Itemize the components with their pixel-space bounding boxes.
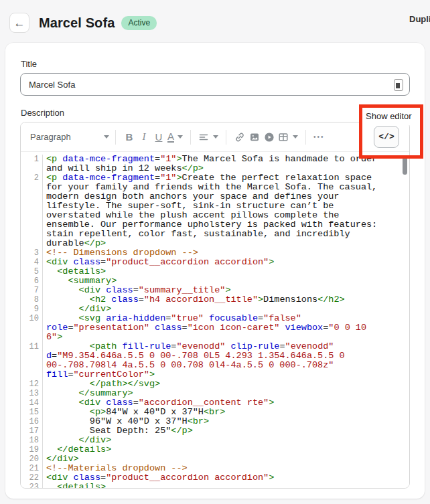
status-badge: Active (121, 16, 157, 30)
code-row: 4<div class="product__accordion accordio… (21, 258, 409, 267)
scrollbar-thumb[interactable] (403, 155, 407, 175)
input-indicator-icon (394, 79, 403, 91)
toolbar-divider (226, 130, 226, 145)
chevron-down-icon (213, 135, 218, 139)
paragraph-style-label: Paragraph (30, 132, 71, 142)
code-row: 14 <div class="accordion__content rte"> (21, 398, 409, 408)
image-icon (249, 132, 260, 143)
line-number: 16 (21, 417, 43, 426)
code-line[interactable]: <path fill-rule="evenodd" clip-rule="eve… (43, 342, 348, 380)
line-number: 12 (21, 380, 43, 389)
chevron-down-icon (177, 135, 183, 139)
page-header: ← Marcel Sofa Active Duplicate (0, 0, 430, 37)
code-line[interactable]: </div> (43, 454, 82, 464)
link-button[interactable] (232, 128, 247, 147)
code-row: 12 </path></svg> (21, 380, 409, 389)
code-row: 15 <p>84"W x 40"D x 37"H<br> (21, 408, 409, 417)
line-number: 5 (21, 267, 43, 276)
code-line[interactable]: <h2 class="h4 accordion__title">Dimensio… (43, 295, 348, 305)
code-line[interactable]: </div> (43, 436, 114, 445)
code-line[interactable]: Seat Depth: 25"</p> (43, 426, 196, 436)
line-number: 15 (21, 408, 43, 417)
duplicate-button[interactable]: Duplicate (409, 14, 430, 24)
alignment-button[interactable] (197, 128, 220, 147)
code-row: 17 Seat Depth: 25"</p> (21, 426, 409, 436)
code-line[interactable]: <!-- Dimensions dropdown --> (43, 248, 201, 258)
chevron-down-icon (104, 135, 109, 139)
code-row: 16 96"W x 40"D x 37"H<br> (21, 417, 409, 426)
underline-button[interactable]: U (151, 128, 166, 147)
line-number: 2 (21, 173, 43, 248)
video-icon (264, 132, 275, 143)
more-options-button[interactable]: ••• (313, 133, 325, 141)
code-row: 10 <svg aria-hidden="true" focusable="fa… (21, 314, 409, 342)
line-number: 6 (21, 276, 43, 286)
title-label: Title (21, 59, 410, 69)
text-color-label: A (167, 131, 174, 143)
code-row: 7 <div class="summary__title"> (21, 286, 409, 295)
line-number: 23 (21, 483, 43, 488)
back-button[interactable]: ← (9, 13, 29, 33)
code-row: 13 </summary> (21, 389, 409, 398)
code-row: 2<p data-mce-fragment="1">Create the per… (21, 173, 409, 248)
toolbar-divider (305, 130, 306, 145)
code-row: 3<!-- Dimensions dropdown --> (21, 248, 409, 258)
code-line[interactable]: <div class="product__accordion accordion… (43, 473, 277, 483)
description-editor: Paragraph B I U A (20, 122, 410, 489)
line-number: 8 (21, 295, 43, 305)
line-number: 11 (21, 342, 43, 380)
line-number: 21 (21, 464, 43, 473)
code-line[interactable]: <div class="product__accordion accordion… (43, 258, 277, 267)
code-line[interactable]: <!--Materials dropdown --> (43, 464, 190, 473)
paragraph-style-select[interactable]: Paragraph (30, 132, 109, 142)
code-row: 11 <path fill-rule="evenodd" clip-rule="… (21, 342, 409, 380)
table-icon (278, 132, 289, 143)
line-number: 18 (21, 436, 43, 445)
title-input[interactable] (20, 73, 410, 96)
code-line[interactable]: <details> (43, 267, 109, 276)
code-view-button[interactable]: </> (374, 126, 399, 148)
code-row: 19 </details> (21, 445, 409, 454)
editor-toolbar: Paragraph B I U A (21, 122, 409, 152)
code-row: 1<p data-mce-fragment="1">The Marcel Sof… (21, 155, 409, 173)
link-icon (234, 132, 245, 143)
code-line[interactable]: </details> (43, 445, 114, 454)
code-line[interactable]: <p data-mce-fragment="1">The Marcel Sofa… (43, 155, 380, 173)
code-line[interactable]: <p data-mce-fragment="1">Create the perf… (43, 173, 380, 248)
line-number: 7 (21, 286, 43, 295)
code-editor[interactable]: 1<p data-mce-fragment="1">The Marcel Sof… (21, 152, 409, 488)
code-icon: </> (378, 132, 394, 142)
code-line[interactable]: 96"W x 40"D x 37"H<br> (43, 417, 212, 426)
line-number: 19 (21, 445, 43, 454)
line-number: 14 (21, 398, 43, 408)
text-color-button[interactable]: A (166, 128, 184, 147)
line-number: 1 (21, 155, 43, 173)
code-row: 6 <summary> (21, 276, 409, 286)
line-number: 4 (21, 258, 43, 267)
code-line[interactable]: <summary> (43, 276, 119, 286)
toolbar-divider (190, 130, 191, 145)
code-line[interactable]: <div class="summary__title"> (43, 286, 233, 295)
bold-button[interactable]: B (122, 128, 137, 147)
code-row: 9 </div> (21, 305, 409, 314)
line-number: 17 (21, 426, 43, 436)
code-line[interactable]: <details> (43, 483, 109, 488)
line-number: 3 (21, 248, 43, 258)
table-button[interactable] (277, 128, 299, 147)
title-input-wrap (20, 73, 410, 96)
code-line[interactable]: </div> (43, 305, 114, 314)
code-line[interactable]: <svg aria-hidden="true" focusable="false… (43, 314, 369, 342)
image-button[interactable] (247, 128, 262, 147)
code-line[interactable]: <div class="accordion__content rte"> (43, 398, 277, 408)
video-button[interactable] (262, 128, 277, 147)
line-number: 13 (21, 389, 43, 398)
italic-button[interactable]: I (137, 128, 151, 147)
code-line[interactable]: <p>84"W x 40"D x 37"H<br> (43, 408, 228, 417)
description-label: Description (21, 108, 410, 118)
chevron-down-icon (293, 135, 298, 139)
code-line[interactable]: </path></svg> (43, 380, 163, 389)
toolbar-divider (115, 130, 116, 145)
code-lines: 1<p data-mce-fragment="1">The Marcel Sof… (21, 152, 409, 488)
page: ← Marcel Sofa Active Duplicate Title Des… (0, 0, 430, 504)
code-line[interactable]: </summary> (43, 389, 136, 398)
